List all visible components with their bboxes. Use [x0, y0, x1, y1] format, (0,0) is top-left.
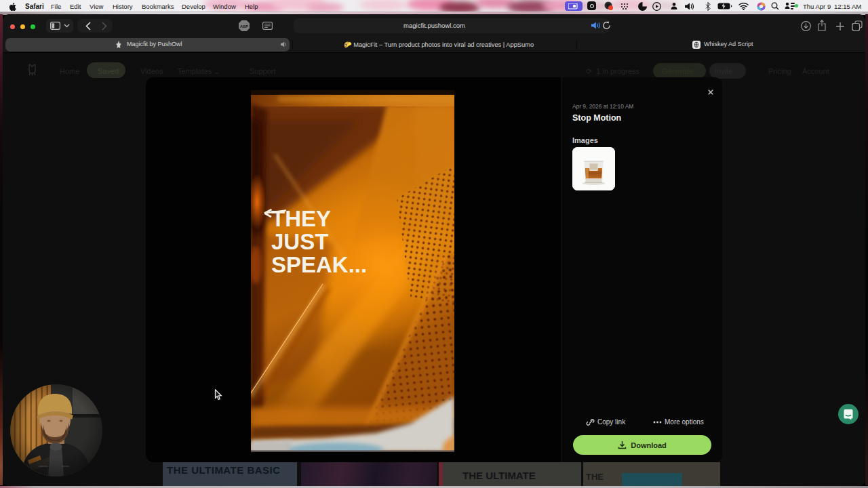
svg-text:ABP: ABP [240, 24, 248, 28]
